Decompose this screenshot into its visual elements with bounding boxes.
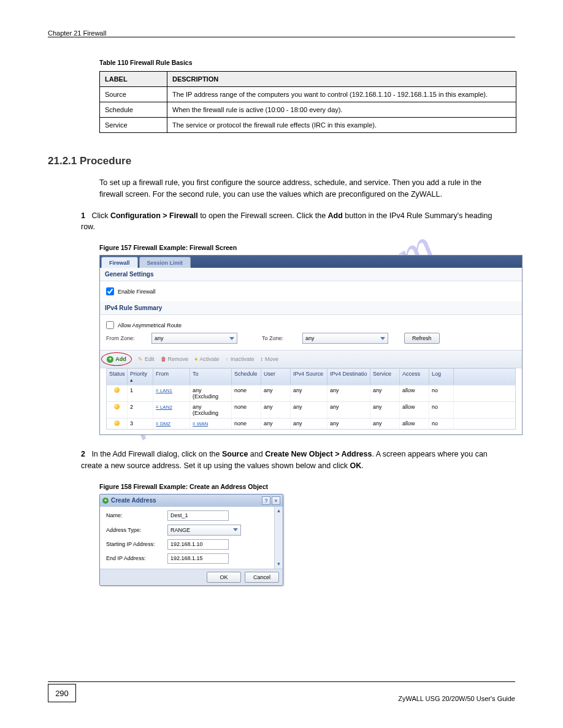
chevron-down-icon	[233, 528, 238, 531]
rule-row[interactable]: 3 ≡ DMZ ≡ WAN none any any any any allow…	[107, 418, 515, 429]
th-ipv4-destination[interactable]: IPv4 Destinatio	[327, 369, 370, 385]
th-user[interactable]: User	[261, 369, 291, 385]
plus-icon: +	[102, 498, 109, 504]
create-address-dialog: + Create Address ? × Name: Address Type:…	[99, 494, 283, 586]
close-icon[interactable]: ×	[272, 496, 280, 505]
zone-link[interactable]: ≡ DMZ	[156, 421, 170, 427]
col-label: LABEL	[100, 72, 167, 87]
remove-button[interactable]: 🗑Remove	[161, 356, 189, 362]
pencil-icon: ✎	[138, 356, 143, 362]
add-button[interactable]: + Add	[107, 356, 126, 363]
figure-157-caption: Figure 157 Firewall Example: Firewall Sc…	[99, 244, 515, 251]
th-priority[interactable]: Priority ▴	[128, 369, 153, 385]
add-highlight-circle: + Add	[101, 352, 132, 366]
to-zone-label: To Zone:	[262, 335, 296, 341]
plus-icon: +	[107, 356, 113, 363]
dialog-titlebar[interactable]: + Create Address ? ×	[100, 495, 283, 507]
status-bulb-icon	[114, 387, 120, 393]
zone-link[interactable]: ≡ LAN2	[156, 404, 172, 410]
rule-toolbar: + Add ✎Edit 🗑Remove ●Activate ○Inactivat…	[100, 350, 522, 368]
scroll-down-icon[interactable]: ▼	[275, 560, 283, 569]
table-row: Service The service or protocol the fire…	[100, 118, 516, 133]
tab-session-limit[interactable]: Session Limit	[139, 257, 191, 268]
end-ip-input[interactable]	[167, 553, 229, 564]
footer-rule	[48, 681, 515, 682]
status-bulb-icon	[114, 420, 120, 426]
from-zone-label: From Zone:	[106, 335, 145, 341]
inactivate-button[interactable]: ○Inactivate	[225, 356, 254, 362]
section-heading: 21.2.1 Procedure	[48, 155, 515, 167]
dialog-title: Create Address	[111, 497, 156, 504]
bulb-on-icon: ●	[194, 356, 197, 362]
bulb-off-icon: ○	[225, 356, 228, 362]
table-caption: Table 110 Firewall Rule Basics	[99, 59, 515, 66]
rule-row[interactable]: 1 ≡ LAN1 any (Excluding none any any any…	[107, 385, 515, 401]
start-ip-input[interactable]	[167, 539, 229, 550]
rule-table: Status Priority ▴ From To Schedule User …	[106, 368, 516, 430]
figure-158-caption: Figure 158 Firewall Example: Create an A…	[99, 483, 515, 490]
labels-table: LABEL DESCRIPTION Source The IP address …	[99, 71, 516, 133]
page-number: 290	[48, 684, 76, 702]
ok-button[interactable]: OK	[207, 572, 241, 583]
zone-link[interactable]: ≡ WAN	[193, 421, 208, 427]
help-icon[interactable]: ?	[262, 496, 270, 505]
trash-icon: 🗑	[161, 356, 166, 362]
th-service[interactable]: Service	[370, 369, 400, 385]
table-row: Schedule When the firewall rule is activ…	[100, 102, 516, 118]
th-schedule[interactable]: Schedule	[232, 369, 261, 385]
intro-paragraph: To set up a firewall rule, you first con…	[99, 177, 492, 200]
edit-button[interactable]: ✎Edit	[138, 356, 155, 362]
chevron-down-icon	[229, 337, 234, 340]
activate-button[interactable]: ●Activate	[194, 356, 219, 362]
header-rule	[48, 37, 515, 37]
tabbar: Firewall Session Limit	[100, 256, 522, 268]
move-icon: ↕	[260, 356, 263, 362]
chevron-down-icon	[380, 337, 385, 340]
name-input[interactable]	[167, 510, 229, 521]
status-bulb-icon	[114, 404, 120, 409]
move-button[interactable]: ↕Move	[260, 356, 278, 362]
scroll-up-icon[interactable]: ▲	[275, 507, 283, 515]
addr-type-label: Address Type:	[106, 527, 167, 533]
firewall-window: Firewall Session Limit General Settings …	[99, 255, 523, 435]
th-from[interactable]: From	[153, 369, 190, 385]
asym-route-label: Allow Asymmetrical Route	[118, 322, 182, 328]
cancel-button[interactable]: Cancel	[245, 572, 279, 583]
enable-firewall-checkbox[interactable]	[106, 287, 114, 295]
th-to[interactable]: To	[190, 369, 232, 385]
start-ip-label: Starting IP Address:	[106, 541, 167, 547]
dialog-scrollbar[interactable]: ▲ ▼	[274, 507, 283, 569]
th-log[interactable]: Log	[429, 369, 454, 385]
step-2: 2 In the Add Firewall dialog, click on t…	[81, 449, 498, 472]
th-status[interactable]: Status	[107, 369, 128, 385]
general-settings-header: General Settings	[100, 268, 522, 281]
step-1: 1 Click Configuration > Firewall to open…	[81, 210, 498, 233]
refresh-button[interactable]: Refresh	[404, 333, 440, 344]
th-ipv4-source[interactable]: IPv4 Source	[291, 369, 327, 385]
enable-firewall-label: Enable Firewall	[118, 289, 156, 295]
zone-link[interactable]: ≡ LAN1	[156, 388, 172, 393]
chapter-info: Chapter 21 Firewall	[48, 29, 106, 37]
end-ip-label: End IP Address:	[106, 555, 167, 561]
to-zone-select[interactable]: any	[302, 333, 388, 344]
doc-title-footer: ZyWALL USG 20/20W/50 User's Guide	[398, 695, 515, 702]
col-desc: DESCRIPTION	[167, 72, 516, 87]
th-access[interactable]: Access	[400, 369, 429, 385]
name-label: Name:	[106, 512, 167, 518]
table-row: Source The IP address range of the compu…	[100, 87, 516, 102]
asym-route-checkbox[interactable]	[106, 321, 114, 329]
addr-type-select[interactable]: RANGE	[167, 525, 241, 536]
ipv4-summary-header: IPv4 Rule Summary	[100, 301, 522, 315]
tab-firewall[interactable]: Firewall	[101, 257, 138, 268]
from-zone-select[interactable]: any	[151, 333, 237, 344]
rule-row[interactable]: 2 ≡ LAN2 any (Excluding none any any any…	[107, 401, 515, 418]
